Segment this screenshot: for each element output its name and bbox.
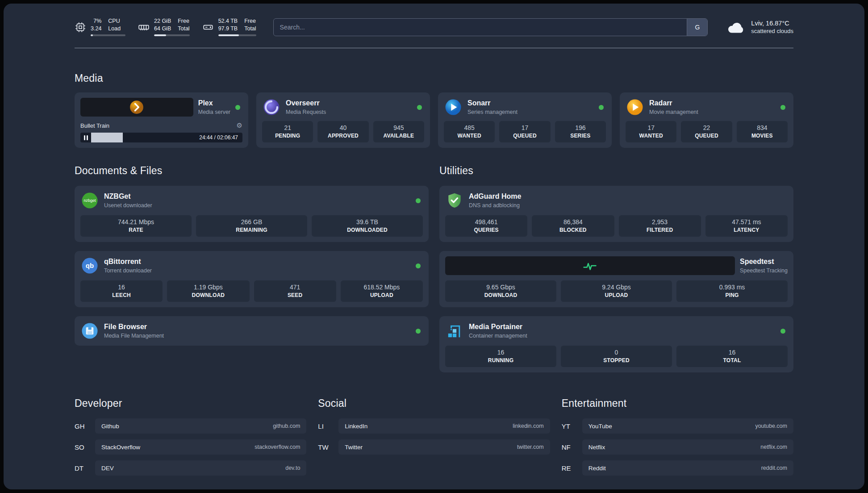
system-metrics: 7% 3.24 CPU Load bbox=[75, 18, 256, 36]
stat-movies: 834MOVIES bbox=[737, 121, 788, 142]
section-title-entertainment: Entertainment bbox=[562, 397, 793, 409]
stat-queued: 17QUEUED bbox=[499, 121, 550, 142]
bookmark-abbr: GH bbox=[75, 422, 95, 430]
app-card-radarr[interactable]: Radarr Movie management 17WANTED 22QUEUE… bbox=[620, 92, 793, 148]
bookmark-abbr: SO bbox=[75, 443, 95, 451]
stat-seed: 471SEED bbox=[254, 280, 336, 302]
bookmark-link-youtube[interactable]: YouTube youtube.com bbox=[582, 418, 793, 434]
cpu-metric: 7% 3.24 CPU Load bbox=[75, 18, 125, 36]
cpu-load-value: 3.24 bbox=[91, 25, 101, 32]
bookmark-row-github: GH Github github.com bbox=[75, 418, 306, 434]
stat-download: 1.19 GbpsDOWNLOAD bbox=[167, 280, 249, 302]
app-card-overseerr[interactable]: Overseerr Media Requests 21PENDING 40APP… bbox=[256, 92, 430, 148]
nzbget-icon: nzbget bbox=[80, 191, 99, 210]
app-card-portainer[interactable]: Media Portainer Container management 16R… bbox=[439, 316, 793, 372]
cpu-label: CPU bbox=[108, 18, 121, 24]
bookmark-abbr: DT bbox=[75, 464, 95, 472]
bookmark-link-reddit[interactable]: Reddit reddit.com bbox=[582, 460, 793, 476]
stat-wanted: 17WANTED bbox=[626, 121, 676, 142]
plex-icon bbox=[80, 98, 193, 117]
stat-blocked: 86,384BLOCKED bbox=[532, 215, 614, 237]
stat-series: 196SERIES bbox=[555, 121, 606, 142]
player-time: 24:44 / 02:06:47 bbox=[199, 134, 238, 141]
stat-latency: 47.571 msLATENCY bbox=[705, 215, 788, 237]
app-subtitle: Media File Management bbox=[104, 333, 164, 339]
stat-ping: 0.993 msPING bbox=[676, 280, 788, 302]
app-name: qBittorrent bbox=[104, 257, 152, 266]
stat-downloaded: 39.6 TBDOWNLOADED bbox=[312, 215, 423, 237]
app-subtitle: Torrent downloader bbox=[104, 267, 152, 274]
topbar-divider bbox=[75, 48, 793, 48]
app-card-qbittorrent[interactable]: qb qBittorrent Torrent downloader bbox=[75, 251, 429, 307]
status-dot bbox=[416, 329, 421, 334]
status-dot bbox=[780, 329, 785, 334]
documents-column: Documents & Files nzbget bbox=[75, 165, 429, 372]
now-playing-title: Bullet Train bbox=[80, 122, 109, 129]
ram-total-value: 64 GiB bbox=[154, 25, 171, 32]
bookmark-link-netflix[interactable]: Netflix netflix.com bbox=[582, 439, 793, 455]
app-card-speedtest[interactable]: Speedtest Speedtest Tracking 9.65 GbpsDO… bbox=[439, 251, 793, 307]
bookmark-link-linkedin[interactable]: LinkedIn linkedin.com bbox=[338, 418, 550, 434]
app-subtitle: Series management bbox=[467, 109, 517, 116]
app-subtitle: Container management bbox=[469, 333, 527, 339]
app-subtitle: Speedtest Tracking bbox=[740, 267, 788, 274]
bookmark-link-github[interactable]: Github github.com bbox=[95, 418, 306, 434]
app-name: AdGuard Home bbox=[469, 192, 521, 201]
top-bar: 7% 3.24 CPU Load bbox=[75, 18, 793, 36]
stat-running: 16RUNNING bbox=[445, 346, 556, 367]
app-card-sonarr[interactable]: Sonarr Series management 485WANTED 17QUE… bbox=[438, 92, 612, 148]
stat-remaining: 266 GBREMAINING bbox=[196, 215, 307, 237]
bookmark-row-dev: DT DEV dev.to bbox=[75, 460, 306, 476]
bookmark-abbr: NF bbox=[562, 443, 582, 451]
ram-free-value: 22 GiB bbox=[154, 18, 171, 24]
status-dot bbox=[599, 105, 604, 110]
qbittorrent-icon: qb bbox=[80, 256, 99, 275]
stat-available: 945AVAILABLE bbox=[373, 121, 424, 142]
bookmark-row-youtube: YT YouTube youtube.com bbox=[562, 418, 793, 434]
app-name: Sonarr bbox=[467, 99, 517, 107]
dashboard-window: 7% 3.24 CPU Load bbox=[4, 4, 864, 489]
svg-text:qb: qb bbox=[86, 262, 94, 269]
disk-icon bbox=[202, 21, 214, 33]
search-bar: G bbox=[273, 18, 708, 36]
weather-widget: Lviv, 16.87°C scattered clouds bbox=[726, 20, 793, 34]
section-title-utilities: Utilities bbox=[439, 165, 793, 177]
bookmark-abbr: TW bbox=[318, 443, 338, 451]
stat-rate: 744.21 MbpsRATE bbox=[80, 215, 192, 237]
player-progress-bar[interactable]: 24:44 / 02:06:47 bbox=[80, 133, 242, 142]
bookmark-link-dev[interactable]: DEV dev.to bbox=[95, 460, 306, 476]
app-card-adguard[interactable]: AdGuard Home DNS and adblocking 498,461Q… bbox=[439, 186, 793, 242]
status-dot bbox=[235, 105, 240, 110]
cpu-usage-value: 7% bbox=[93, 18, 101, 24]
app-card-plex[interactable]: Plex Media server Bullet Train ⚙ bbox=[75, 92, 248, 148]
bookmark-link-twitter[interactable]: Twitter twitter.com bbox=[338, 439, 550, 455]
disk-total-value: 97.9 TB bbox=[218, 25, 238, 32]
stat-download: 9.65 GbpsDOWNLOAD bbox=[445, 280, 556, 302]
cloud-icon bbox=[726, 21, 745, 34]
bookmark-group-social: Social LI LinkedIn linkedin.com TW Twitt… bbox=[318, 397, 550, 476]
disk-free-value: 52.4 TB bbox=[218, 18, 238, 24]
gear-icon[interactable]: ⚙ bbox=[237, 121, 242, 130]
section-title-developer: Developer bbox=[75, 397, 306, 409]
bookmark-row-linkedin: LI LinkedIn linkedin.com bbox=[318, 418, 550, 434]
app-name: Speedtest bbox=[740, 257, 788, 266]
cpu-icon bbox=[75, 21, 86, 33]
app-subtitle: Media server bbox=[198, 109, 230, 116]
overseerr-icon bbox=[262, 98, 281, 117]
stat-pending: 21PENDING bbox=[262, 121, 313, 142]
bookmark-group-entertainment: Entertainment YT YouTube youtube.com NF … bbox=[562, 397, 793, 476]
disk-metric: 52.4 TB 97.9 TB Free Total bbox=[202, 18, 256, 36]
bookmark-link-stackoverflow[interactable]: StackOverflow stackoverflow.com bbox=[95, 439, 306, 455]
stat-upload: 9.24 GbpsUPLOAD bbox=[561, 280, 672, 302]
stat-leech: 16LEECH bbox=[80, 280, 163, 302]
app-subtitle: DNS and adblocking bbox=[469, 202, 521, 209]
app-card-nzbget[interactable]: nzbget NZBGet Usenet downloader 74 bbox=[75, 186, 429, 242]
bookmark-group-developer: Developer GH Github github.com SO StackO… bbox=[75, 397, 306, 476]
stat-wanted: 485WANTED bbox=[444, 121, 495, 142]
stat-filtered: 2,953FILTERED bbox=[619, 215, 701, 237]
search-input[interactable] bbox=[274, 19, 687, 36]
search-engine-button[interactable]: G bbox=[687, 19, 707, 36]
app-card-filebrowser[interactable]: File Browser Media File Management bbox=[75, 316, 429, 346]
app-name: File Browser bbox=[104, 322, 164, 331]
pause-icon[interactable] bbox=[84, 135, 88, 140]
